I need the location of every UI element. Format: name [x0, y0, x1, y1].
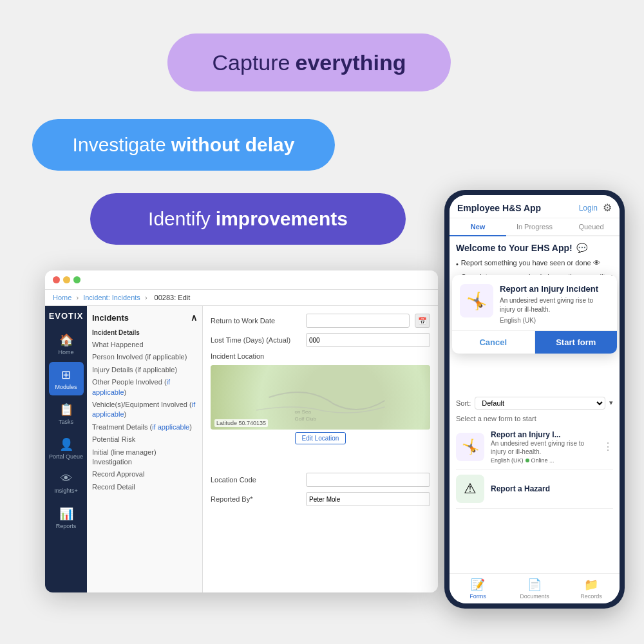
list-injury-status: English (UK) Online ... [491, 457, 596, 464]
list-hazard-title: Report a Hazard [491, 484, 613, 493]
label-return-date: Return to Work Date [211, 317, 301, 325]
nav-insights-label: Insights+ [54, 488, 77, 494]
records-nav-label: Records [580, 593, 602, 600]
mobile-settings-icon[interactable]: ⚙ [603, 202, 612, 214]
modal-injury-icon: 🤸 [460, 284, 493, 317]
breadcrumb-section[interactable]: Incident: Incidents [83, 294, 140, 301]
breadcrumb-page: 00283: Edit [155, 294, 191, 301]
sort-chevron-icon: ▾ [609, 399, 613, 407]
nav-home[interactable]: 🏠 Home [49, 327, 84, 361]
form-row-return-date: Return to Work Date 📅 [211, 314, 430, 328]
online-label: Online ... [531, 457, 554, 464]
input-reported-by[interactable] [306, 492, 430, 506]
injury-incident-modal: 🤸 Report an Injury Incident An undesired… [452, 275, 617, 354]
list-injury-text: Report an Injury I... An undesired event… [491, 430, 596, 464]
nav-tasks[interactable]: 📋 Tasks [49, 397, 84, 430]
nav-insights[interactable]: 👁 Insights+ [49, 466, 84, 500]
nav-modules[interactable]: ⊞ Modules [49, 362, 84, 395]
tab-in-progress[interactable]: In Progress [506, 218, 563, 235]
documents-nav-icon: 📄 [527, 578, 542, 592]
map-roads-svg: on Sea Golf Club [211, 365, 430, 430]
dot-yellow[interactable] [63, 276, 70, 283]
investigate-prefix: Investigate [73, 134, 166, 156]
list-injury-lang: English (UK) [491, 457, 524, 464]
eye-icon: 👁 [593, 259, 600, 267]
mobile-app-title: Employee H&S App [457, 203, 541, 213]
incidents-panel: Incidents ∧ Incident Details What Happen… [87, 306, 203, 592]
calendar-icon[interactable]: 📅 [415, 314, 430, 328]
incident-item-vehicle[interactable]: Vehicle(s)/Equipment Involved (if applic… [92, 399, 197, 421]
modal-start-button[interactable]: Start form [535, 331, 618, 354]
main-content: Return to Work Date 📅 Lost Time (Days) (… [203, 306, 438, 592]
nav-modules-label: Modules [55, 384, 77, 390]
sort-select[interactable]: Default [475, 397, 605, 410]
reports-icon: 📊 [59, 507, 73, 521]
map-view: Latitude 50.740135 on Sea Golf Club [211, 365, 430, 430]
incident-item-person[interactable]: Person Involved (if applicable) [92, 351, 197, 363]
modal-buttons: Cancel Start form [452, 330, 617, 354]
mobile-login-btn[interactable]: Login [579, 204, 598, 213]
edit-location-button[interactable]: Edit Location [295, 432, 346, 444]
chat-bubble-icon: 💬 [576, 243, 587, 253]
list-injury-more-icon[interactable]: ⋮ [603, 440, 613, 453]
list-injury-desc: An undesired event giving rise to injury… [491, 439, 596, 456]
label-lost-time: Lost Time (Days) (Actual) [211, 336, 301, 344]
records-nav-icon: 📁 [584, 578, 598, 592]
input-lost-time[interactable] [306, 333, 430, 347]
online-status-dot [526, 459, 529, 462]
bottom-nav-documents[interactable]: 📄 Documents [506, 574, 563, 603]
input-location-code[interactable] [306, 473, 430, 487]
incident-item-approval[interactable]: Record Approval [92, 468, 197, 480]
bottom-nav-forms[interactable]: 📝 Forms [450, 574, 506, 603]
incident-item-injury[interactable]: Injury Details (if applicable) [92, 364, 197, 376]
forms-nav-icon: 📝 [471, 578, 485, 592]
incident-item-other[interactable]: Other People Involved (if applicable) [92, 376, 197, 399]
label-location-code: Location Code [211, 476, 301, 484]
list-item-injury[interactable]: 🤸 Report an Injury I... An undesired eve… [456, 425, 613, 469]
nav-home-label: Home [58, 349, 73, 355]
mobile-screen: Employee H&S App Login ⚙ New In Progress… [450, 195, 620, 603]
input-return-date[interactable] [306, 314, 410, 328]
mobile-welcome-text: Welcome to Your EHS App! [456, 243, 573, 253]
tab-queued[interactable]: Queued [563, 218, 620, 235]
incident-item-what[interactable]: What Happened [92, 339, 197, 351]
nav-reports[interactable]: 📊 Reports [49, 501, 84, 535]
tab-new[interactable]: New [450, 218, 506, 236]
dot-red[interactable] [53, 276, 60, 283]
mobile-topbar-actions: Login ⚙ [579, 202, 612, 214]
mobile-bullet-1: • Report something you have seen or done… [456, 258, 613, 269]
tasks-icon: 📋 [59, 402, 73, 417]
desktop-window: Home › Incident: Incidents › 00283: Edit… [45, 270, 438, 592]
incident-item-risk[interactable]: Potential Risk [92, 433, 197, 446]
incidents-title: Incidents [92, 313, 129, 323]
list-item-hazard[interactable]: ⚠ Report a Hazard [456, 469, 613, 509]
capture-prefix: Capture [213, 50, 290, 75]
list-hazard-icon: ⚠ [456, 475, 484, 503]
nav-tasks-label: Tasks [59, 419, 73, 425]
nav-portal-label: Portal Queue [49, 453, 83, 460]
mobile-topbar: Employee H&S App Login ⚙ [450, 195, 620, 218]
breadcrumb-home[interactable]: Home [53, 294, 71, 301]
incident-item-investigation[interactable]: Initial (line manager) Investigation [92, 446, 197, 469]
bottom-nav-records[interactable]: 📁 Records [563, 574, 620, 603]
dot-green[interactable] [73, 276, 80, 283]
sort-row: Sort: Default ▾ [456, 397, 613, 410]
mobile-phone: Employee H&S App Login ⚙ New In Progress… [444, 190, 625, 609]
incident-item-treatment[interactable]: Treatment Details (if applicable) [92, 421, 197, 433]
incidents-section-title: Incident Details [92, 329, 197, 336]
modal-text: Report an Injury Incident An undesired e… [500, 284, 609, 324]
insights-icon: 👁 [61, 472, 72, 486]
svg-text:Golf Club: Golf Club [295, 416, 317, 422]
form-spacer [211, 447, 430, 473]
modal-cancel-button[interactable]: Cancel [452, 331, 535, 354]
sidebar-nav: EVOTIX 🏠 Home ⊞ Modules 📋 Tasks 👤 Portal… [45, 306, 87, 592]
list-hazard-text: Report a Hazard [491, 484, 613, 493]
mobile-body: Welcome to Your EHS App! 💬 • Report some… [450, 236, 620, 573]
modal-description: An undesired event giving rise to injury… [500, 296, 609, 314]
nav-portal-queue[interactable]: 👤 Portal Queue [49, 431, 84, 465]
incident-item-detail[interactable]: Record Detail [92, 481, 197, 493]
list-injury-icon: 🤸 [456, 433, 484, 461]
sort-label: Sort: [456, 399, 471, 407]
capture-bold: everything [296, 50, 406, 75]
incidents-collapse-icon[interactable]: ∧ [191, 312, 197, 323]
